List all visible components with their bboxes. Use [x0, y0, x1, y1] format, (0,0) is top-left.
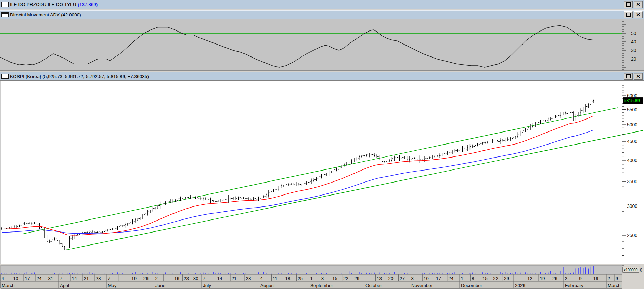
- panel-title-kospi: KOSPI {Korea} (5,925.73, 5,931.72, 5,792…: [10, 74, 149, 79]
- week-label: 22: [343, 276, 348, 281]
- week-label: 28: [96, 276, 101, 281]
- week-label: 27: [400, 276, 405, 281]
- week-label: 10: [424, 276, 429, 281]
- month-label: March: [608, 283, 621, 288]
- week-label: 20: [388, 276, 394, 281]
- close-button[interactable]: ✕: [634, 73, 643, 80]
- month-label: 2026: [515, 283, 525, 288]
- adx-axis-label: 30: [631, 48, 636, 53]
- week-label: 31: [48, 276, 53, 281]
- close-icon: ✕: [636, 74, 640, 79]
- window-icon-bar: [2, 75, 8, 75]
- date-axis[interactable]: 410172431March7142128April71926May216233…: [0, 274, 622, 288]
- window-icon[interactable]: [1, 12, 9, 17]
- week-label: 7: [108, 276, 111, 281]
- week-label: 1: [310, 276, 313, 281]
- week-label: 1: [461, 276, 464, 281]
- price-axis-label: 4000: [627, 158, 637, 163]
- window-buttons: ✕: [624, 11, 644, 18]
- maximize-button[interactable]: [624, 11, 633, 18]
- panel-titlebar-adx[interactable]: Directnl Movement ADX (42.0000) ✕: [0, 10, 644, 19]
- week-label: 21: [84, 276, 89, 281]
- week-label: 26: [552, 276, 557, 281]
- price-axis-label: 3000: [627, 203, 637, 209]
- week-label: 3: [411, 276, 414, 281]
- maximize-button[interactable]: [624, 1, 633, 8]
- adx-chart[interactable]: 20304050: [0, 19, 644, 71]
- week-label: 30: [193, 276, 198, 281]
- week-label: 18: [285, 276, 291, 281]
- price-axis-label: 5500: [627, 107, 637, 112]
- price-axis-label: 4500: [627, 139, 637, 144]
- week-label: 17: [25, 276, 30, 281]
- week-label: 8: [321, 276, 324, 281]
- month-label: July: [203, 283, 211, 288]
- adx-axis-label: 40: [631, 39, 636, 45]
- price-axis-label: 2500: [627, 233, 637, 238]
- month-label: February: [565, 283, 583, 288]
- price-axis-label: 5000: [627, 122, 637, 127]
- week-label: 7: [60, 276, 63, 281]
- volume-date-axis[interactable]: x1000000410172431March7142128April71926M…: [0, 264, 644, 289]
- month-label: September: [310, 283, 333, 288]
- window-icon[interactable]: [1, 2, 9, 7]
- week-label: 28: [246, 276, 251, 281]
- week-label: 21: [232, 276, 237, 281]
- week-label: 4: [260, 276, 263, 281]
- month-label: May: [108, 283, 117, 288]
- week-label: 22: [493, 276, 498, 281]
- maximize-button[interactable]: [624, 73, 633, 80]
- month-label: June: [155, 283, 165, 288]
- week-label: 23: [184, 276, 189, 281]
- week-label: 24: [37, 276, 42, 281]
- maximize-icon: [626, 2, 631, 7]
- week-label: 29: [354, 276, 359, 281]
- week-label: 26: [143, 276, 149, 281]
- month-label: October: [365, 283, 382, 288]
- close-button[interactable]: ✕: [634, 1, 643, 8]
- month-label: December: [461, 283, 482, 288]
- week-label: 12: [527, 276, 532, 281]
- month-label: April: [60, 283, 69, 288]
- week-label: 25: [298, 276, 303, 281]
- week-label: 7: [203, 276, 206, 281]
- month-label: August: [260, 283, 275, 288]
- week-label: 15: [332, 276, 337, 281]
- week-label: 8: [472, 276, 474, 281]
- price-chart[interactable]: 250030003500400045005000550060005815.89: [0, 81, 644, 264]
- metastock-window: ILE DO PRZODU ILE DO TYLU (137.869) ✕ Di…: [0, 0, 644, 289]
- close-button[interactable]: ✕: [634, 11, 643, 18]
- month-label: March: [2, 283, 15, 288]
- volume-zero-label: 0: [640, 268, 642, 273]
- maximize-icon: [626, 13, 631, 17]
- week-label: 9: [616, 276, 618, 281]
- week-label: 29: [504, 276, 509, 281]
- week-label: 11: [273, 276, 278, 281]
- panel-titlebar-indicator[interactable]: ILE DO PRZODU ILE DO TYLU (137.869) ✕: [0, 0, 644, 9]
- week-label: 9: [579, 276, 582, 281]
- adx-axis-label: 50: [631, 30, 636, 36]
- week-label: 16: [174, 276, 179, 281]
- week-label: 13: [377, 276, 382, 281]
- panel-title-indicator: ILE DO PRZODU ILE DO TYLU: [10, 2, 76, 7]
- volume-scale-label: x100000: [624, 268, 637, 272]
- week-label: 24: [448, 276, 454, 281]
- close-icon: ✕: [636, 12, 640, 17]
- week-label: 2: [608, 276, 610, 281]
- volume-strip: [1, 265, 622, 274]
- week-label: 17: [436, 276, 441, 281]
- close-icon: ✕: [636, 2, 640, 7]
- week-label: 19: [593, 276, 598, 281]
- panel-titlebar-kospi[interactable]: KOSPI {Korea} (5,925.73, 5,931.72, 5,792…: [0, 72, 644, 81]
- week-label: 19: [540, 276, 545, 281]
- window-icon[interactable]: [1, 74, 9, 79]
- week-label: 19: [131, 276, 137, 281]
- window-buttons: ✕: [624, 73, 644, 80]
- panel-title-indicator-value: (137.869): [78, 2, 98, 7]
- window-icon-bar: [2, 13, 8, 14]
- week-label: 15: [482, 276, 488, 281]
- week-label: 2: [565, 276, 568, 281]
- last-price-label: 5815.89: [624, 98, 640, 103]
- week-label: 10: [13, 276, 18, 281]
- price-axis-label: 3500: [627, 179, 637, 184]
